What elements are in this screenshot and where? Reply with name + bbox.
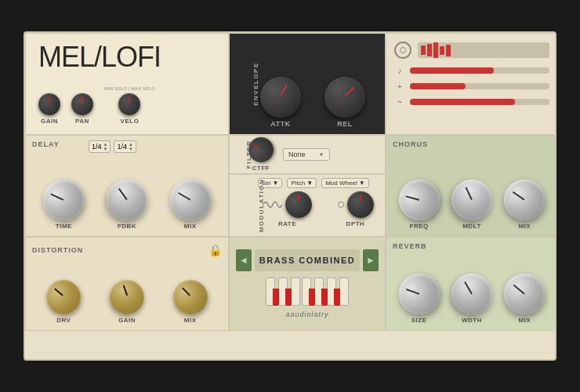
preset-next-button[interactable]: ►: [363, 249, 379, 271]
attk-knob[interactable]: [260, 77, 301, 118]
gain-knob[interactable]: [38, 93, 60, 115]
midi-bar-3: [433, 42, 438, 58]
wdth-label: WDTH: [462, 317, 482, 324]
distortion-knobs: DRV GAIN MIX: [32, 256, 222, 324]
time-knob[interactable]: [38, 174, 90, 227]
delay-time-select-2[interactable]: 1/4 ▲▼: [114, 140, 136, 153]
reverb-label: REVERB: [393, 242, 427, 250]
envelope-knobs: ATTK REL: [248, 42, 377, 128]
freq-group: FREQ: [399, 180, 440, 230]
dpth-dot-icon: [338, 201, 344, 208]
dpth-row: [338, 191, 374, 218]
key-cs[interactable]: [273, 289, 279, 306]
chorus-mix-group: MIX: [504, 180, 545, 230]
mod-src3-val: Mod Wheel: [325, 180, 357, 187]
reverb-mix-knob[interactable]: [502, 272, 546, 316]
key-gs[interactable]: [321, 289, 328, 306]
preset-prev-button[interactable]: ◄: [236, 249, 252, 271]
freq-knob[interactable]: [391, 172, 447, 227]
key-as[interactable]: [334, 289, 340, 306]
modulation-label: MODULATION: [258, 179, 265, 233]
drv-label: DRV: [56, 317, 71, 324]
logo-name: MEL: [38, 41, 94, 73]
preset-name-display: BRASS COMBINED: [255, 249, 360, 271]
dist-mix-knob[interactable]: [169, 276, 212, 318]
key-e[interactable]: [291, 278, 300, 306]
delay-section: DELAY 1/4 ▲▼ 1/4 ▲▼ TIMe FDBK: [25, 135, 229, 237]
reverb-mix-group: MIX: [504, 274, 545, 324]
rel-knob[interactable]: [324, 77, 365, 118]
key-fs[interactable]: [309, 289, 315, 306]
rate-knob[interactable]: [285, 191, 312, 218]
chorus-label: CHORUS: [393, 140, 428, 148]
dpth-label: DPTH: [346, 220, 365, 227]
reverb-mix-label: MIX: [518, 317, 531, 324]
slider-track-2[interactable]: [410, 83, 549, 89]
slider-fill-1: [410, 67, 494, 74]
key-b[interactable]: [339, 278, 349, 306]
wdth-knob[interactable]: [447, 269, 497, 319]
freq-label: FREQ: [410, 223, 429, 230]
dist-gain-knob[interactable]: [107, 278, 147, 318]
delay-mix-label: MIX: [184, 223, 197, 230]
mod-src2-val: Pitch: [291, 180, 305, 187]
filter-type-select[interactable]: None ▼: [283, 148, 330, 161]
mod-src3-select[interactable]: Mod Wheel ▼: [321, 178, 368, 188]
brand-label: aaudiolatry: [285, 310, 328, 318]
delay-select-row: 1/4 ▲▼ 1/4 ▲▼: [67, 140, 136, 153]
slider-track-3[interactable]: [410, 99, 549, 105]
rel-group: REL: [324, 77, 365, 128]
size-knob[interactable]: [392, 267, 446, 321]
delay-mix-knob[interactable]: [165, 175, 216, 225]
velo-knob[interactable]: [118, 93, 140, 115]
mdlt-group: MDLT: [451, 180, 492, 230]
dpth-knob[interactable]: [347, 191, 374, 218]
delay-knobs: TIMe FDBK MIX: [32, 142, 222, 230]
delay-time-select-1[interactable]: 1/4 ▲▼: [89, 140, 111, 153]
delay-mix-group: MIX: [170, 180, 211, 230]
key-ds[interactable]: [285, 289, 292, 306]
dist-gain-group: GAIN: [110, 280, 144, 324]
header-section: MEL/LOFI GAIN PAN MIN VELO | MAX VELO VE…: [25, 33, 229, 135]
piano-keyboard[interactable]: [236, 278, 379, 306]
filter-select-arrow: ▼: [318, 151, 324, 158]
ctff-label: CTFF: [252, 165, 270, 172]
dpth-group: DPTH: [338, 191, 374, 227]
target-icon: [394, 42, 411, 59]
delay-time-val1: 1/4: [92, 143, 102, 151]
dist-mix-group: MIX: [173, 280, 208, 324]
slider-row-1: ♪: [394, 65, 549, 76]
arrow-ud-1: ▲▼: [103, 142, 108, 151]
chorus-mix-knob[interactable]: [501, 176, 548, 223]
filter-section: FILTER CTFF None ▼: [229, 135, 386, 174]
pan-knob[interactable]: [71, 93, 93, 115]
max-velo-label: MAX VELO: [131, 86, 155, 91]
filter-type-val: None: [288, 151, 306, 158]
ctff-group: CTFF: [248, 137, 274, 172]
drv-knob[interactable]: [42, 275, 85, 319]
slider-fill-2: [410, 83, 466, 89]
wave-icon: ~: [394, 96, 405, 107]
size-label: SIZE: [411, 317, 427, 324]
preset-nav: ◄ BRASS COMBINED ►: [236, 249, 379, 271]
reverb-section: REVERB SIZE WDTH MIX: [386, 237, 556, 331]
preset-section: ◄ BRASS COMBINED ► aaudiolatry: [229, 237, 386, 331]
rate-group: RATE: [263, 191, 312, 227]
attk-label: ATTK: [270, 120, 290, 128]
envelope-label: ENVELOPE: [252, 62, 259, 106]
reverb-knobs: SIZE WDTH MIX: [393, 244, 551, 324]
mdlt-knob[interactable]: [446, 174, 498, 227]
plugin-logo: MEL/LOFI: [38, 43, 216, 71]
midi-header: [394, 42, 549, 59]
min-velo-label: MIN VELO: [104, 86, 127, 91]
fdbk-knob[interactable]: [103, 176, 150, 223]
dist-gain-label: GAIN: [118, 317, 136, 324]
slider-track-1[interactable]: [410, 67, 549, 74]
volume-icon: ♪: [394, 65, 405, 76]
center-col-2: FILTER CTFF None ▼ MODULATION Sin ▼ Pitc…: [229, 135, 386, 237]
brand-text: audiolatry: [290, 310, 328, 318]
mod-src2-arrow: ▼: [306, 180, 313, 187]
arrow-ud-2: ▲▼: [129, 142, 133, 151]
mod-src2-select[interactable]: Pitch ▼: [287, 178, 317, 188]
velo-divider: |: [129, 86, 130, 91]
